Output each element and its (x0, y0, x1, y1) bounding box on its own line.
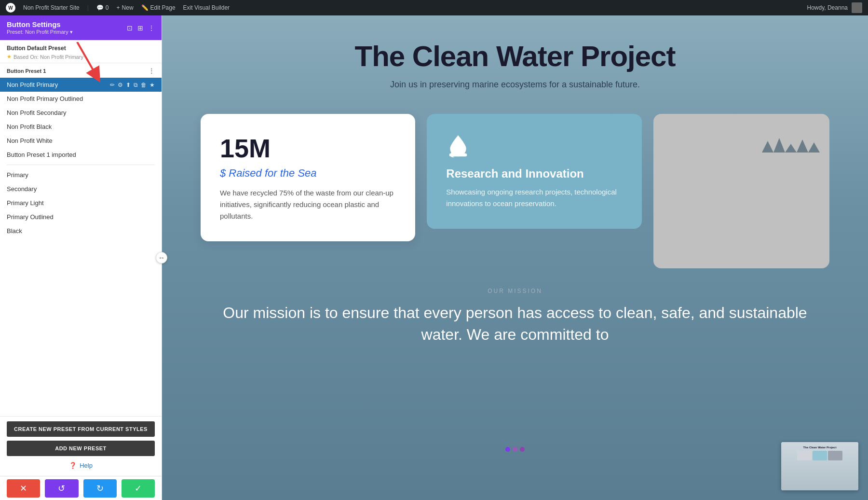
panel-icon-menu[interactable]: ⋮ (148, 24, 155, 32)
preset-group-label: Button Preset 1 ⋮ (0, 63, 162, 77)
admin-bar-howdy: Howdy, Deanna (807, 2, 863, 13)
loading-dots (505, 447, 525, 452)
preset-item-icons: ✏ ⚙ ⬆ ⧉ 🗑 ★ (110, 82, 155, 88)
preset-divider (7, 165, 155, 165)
admin-bar-site-name[interactable]: Non Profit Starter Site (23, 4, 80, 11)
houses-silhouette (762, 124, 820, 153)
stats-card: 15M $ Raised for the Sea We have recycle… (201, 114, 415, 241)
preset-item-button-preset-1-imported[interactable]: Button Preset 1 imported (0, 148, 162, 162)
photo-card: MAKE A DONATION → (653, 114, 829, 268)
mission-text: Our mission is to ensure that every pers… (201, 302, 829, 346)
cancel-button[interactable]: ✕ (7, 479, 40, 498)
preset-item-non-profit-secondary[interactable]: Non Profit Secondary (0, 106, 162, 120)
panel-actions: CREATE NEW PRESET FROM CURRENT STYLES AD… (0, 416, 162, 476)
dot-1 (505, 447, 510, 452)
panel-header: Button Settings Preset: Non Profit Prima… (0, 15, 162, 40)
upload-icon[interactable]: ⬆ (126, 82, 131, 88)
undo-button[interactable]: ↺ (45, 479, 78, 498)
preset-list: Non Profit Primary ✏ ⚙ ⬆ ⧉ 🗑 ★ Non Profi… (0, 77, 162, 416)
svg-rect-2 (452, 150, 455, 154)
mission-section: OUR MISSION Our mission is to ensure tha… (162, 278, 868, 355)
stats-number: 15M (220, 133, 396, 163)
main-layout: Button Settings Preset: Non Profit Prima… (0, 15, 868, 500)
panel-title: Button Settings (7, 20, 73, 28)
research-heading: Research and Innovation (446, 167, 622, 181)
svg-rect-4 (461, 150, 465, 154)
delete-icon[interactable]: 🗑 (141, 82, 147, 88)
settings-icon[interactable]: ⚙ (118, 82, 123, 88)
duplicate-icon[interactable]: ⧉ (134, 82, 138, 88)
panel-header-icons: ⊡ ⊞ ⋮ (127, 24, 155, 32)
panel-icon-columns[interactable]: ⊞ (137, 24, 143, 32)
panel-resize-handle[interactable]: ↔ (156, 252, 167, 264)
edit-icon[interactable]: ✏ (110, 82, 115, 88)
preset-item-primary-outlined[interactable]: Primary Outlined (0, 210, 162, 224)
preset-group-options-icon[interactable]: ⋮ (148, 67, 155, 75)
wp-logo-icon[interactable]: W (6, 3, 15, 13)
left-panel: Button Settings Preset: Non Profit Prima… (0, 15, 162, 500)
preset-item-black[interactable]: Black (0, 224, 162, 238)
page-subtitle: Join us in preserving marine ecosystems … (201, 80, 829, 90)
create-preset-button[interactable]: CREATE NEW PRESET FROM CURRENT STYLES (7, 421, 155, 437)
panel-preset-label[interactable]: Preset: Non Profit Primary ▾ (7, 29, 73, 35)
page-content: The Clean Water Project Join us in prese… (162, 15, 868, 500)
preset-item-non-profit-primary-outlined[interactable]: Non Profit Primary Outlined (0, 92, 162, 106)
minimap-thumbnail: The Clean Water Project (781, 442, 858, 490)
stats-text: We have recycled 75% of the waste from o… (220, 187, 396, 222)
page-title: The Clean Water Project (201, 40, 829, 73)
preset-item-secondary[interactable]: Secondary (0, 182, 162, 196)
help-link[interactable]: ❓ Help (7, 460, 155, 471)
water-drop-icon (446, 133, 622, 159)
mission-label: OUR MISSION (201, 288, 829, 294)
bottom-toolbar: ✕ ↺ ↻ ✓ (0, 476, 162, 500)
research-card: Research and Innovation Showcasing ongoi… (427, 114, 641, 229)
wp-admin-bar: W Non Profit Starter Site | 💬 0 + New ✏️… (0, 0, 868, 15)
dot-3 (520, 447, 525, 452)
preset-item-primary[interactable]: Primary (0, 168, 162, 182)
admin-bar-edit-page[interactable]: ✏️ Edit Page (141, 4, 176, 11)
research-text: Showcasing ongoing research projects, te… (446, 186, 622, 209)
star-preset-icon[interactable]: ★ (149, 82, 155, 88)
preset-based-on: ★ Based On: Non Profit Primary (7, 54, 155, 60)
default-preset-section: Button Default Preset ★ Based On: Non Pr… (0, 40, 162, 63)
user-avatar (852, 2, 862, 13)
preset-item-non-profit-white[interactable]: Non Profit White (0, 134, 162, 148)
admin-bar-exit-builder[interactable]: Exit Visual Builder (183, 4, 230, 11)
star-icon: ★ (7, 54, 12, 60)
preset-item-non-profit-black[interactable]: Non Profit Black (0, 120, 162, 134)
right-content: The Clean Water Project Join us in prese… (162, 15, 868, 500)
svg-rect-3 (457, 149, 460, 154)
add-preset-button[interactable]: ADD NEW PRESET (7, 441, 155, 456)
help-icon: ❓ (69, 462, 77, 469)
admin-bar-comments[interactable]: 💬 0 (96, 4, 109, 11)
dot-2 (513, 447, 517, 452)
preset-item-primary-light[interactable]: Primary Light (0, 196, 162, 210)
admin-bar-new[interactable]: + New (117, 4, 134, 11)
hero-section: The Clean Water Project Join us in prese… (162, 15, 868, 104)
default-preset-title: Button Default Preset (7, 45, 155, 52)
panel-icon-fullscreen[interactable]: ⊡ (127, 24, 133, 32)
preset-item-non-profit-primary[interactable]: Non Profit Primary ✏ ⚙ ⬆ ⧉ 🗑 ★ (0, 78, 162, 92)
stats-label: $ Raised for the Sea (220, 167, 396, 180)
confirm-button[interactable]: ✓ (122, 479, 155, 498)
cards-row: 15M $ Raised for the Sea We have recycle… (162, 104, 868, 278)
minimap-inner: The Clean Water Project (781, 442, 858, 490)
redo-button[interactable]: ↻ (83, 479, 117, 498)
